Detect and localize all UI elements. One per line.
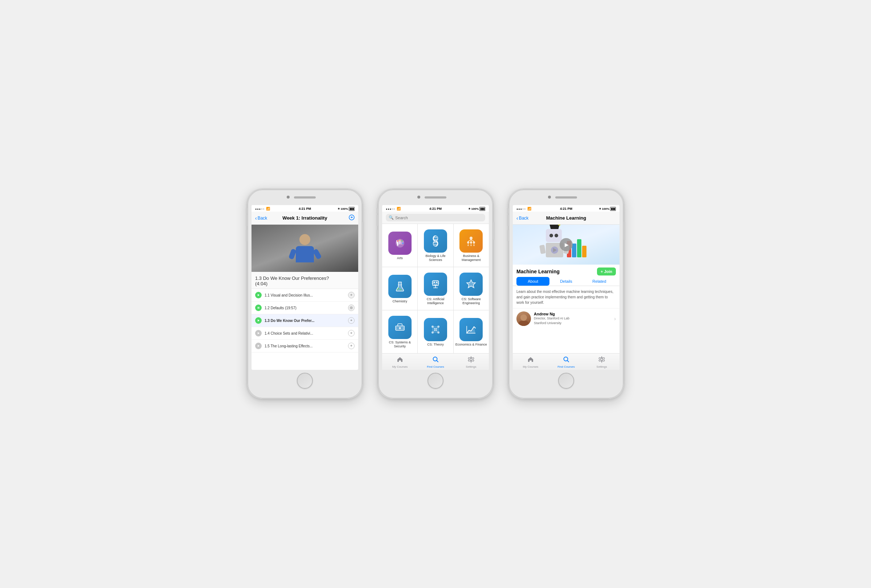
tab-bar-2: My Courses Find Courses xyxy=(382,353,489,370)
category-business[interactable]: Business & Management xyxy=(453,224,489,267)
video-title-text-1: 1.3 Do We Know Our Preferences? (4:04) xyxy=(255,275,329,286)
course-hero-3 xyxy=(513,225,620,265)
tab-my-courses-2[interactable]: My Courses xyxy=(382,355,418,369)
category-name-econ: Economics & Finance xyxy=(455,343,487,347)
tab-details-label-3: Details xyxy=(560,279,572,283)
battery-icon-3: ▮▮▮ xyxy=(610,207,616,211)
download-btn-1-2[interactable] xyxy=(348,305,355,311)
svg-point-48 xyxy=(399,328,400,329)
home-button-1[interactable] xyxy=(297,373,313,389)
camera-1 xyxy=(287,196,290,199)
tab-find-courses-3[interactable]: Find Courses xyxy=(548,355,584,369)
category-chemistry[interactable]: Chemistry xyxy=(382,267,418,310)
playlist-item-1-5[interactable]: 1.5 The Long-lasting Effects... xyxy=(251,340,358,352)
speaker-1 xyxy=(294,196,316,199)
home-button-2[interactable] xyxy=(428,373,443,389)
nav-bar-1: ‹ Back Week 1: Irrationality xyxy=(251,212,358,225)
play-button-1-5[interactable] xyxy=(255,343,262,349)
search-icon-tab-2 xyxy=(432,356,439,365)
category-econ[interactable]: Economics & Finance xyxy=(453,310,489,353)
tab-label-find-courses-2: Find Courses xyxy=(427,365,444,368)
tab-settings-2[interactable]: Settings xyxy=(453,355,489,369)
video-player-1[interactable] xyxy=(251,225,358,272)
category-cs-theory[interactable]: CS: Theory xyxy=(418,310,453,353)
category-icon-cs-ai xyxy=(424,272,447,296)
playlist-item-1-4[interactable]: 1.4 Choice Sets and Relativi... xyxy=(251,327,358,340)
playlist-item-1-3[interactable]: 1.3 Do We Know Our Prefer... xyxy=(251,314,358,327)
category-icon-cs-theory xyxy=(424,318,447,341)
play-overlay-3[interactable] xyxy=(560,238,573,251)
back-button-1[interactable]: ‹ Back xyxy=(255,215,267,221)
tab-my-courses-3[interactable]: My Courses xyxy=(513,355,548,369)
status-bar-3: ●●●○○ 📶 4:21 PM ✶ 100% ▮▮▮ xyxy=(513,205,620,212)
vol-down-button-2[interactable] xyxy=(376,230,378,241)
svg-point-28 xyxy=(470,245,472,246)
category-arts[interactable]: Arts xyxy=(382,224,418,267)
download-btn-1-4[interactable] xyxy=(348,330,355,337)
svg-point-34 xyxy=(398,288,399,289)
back-button-3[interactable]: ‹ Back xyxy=(516,215,528,221)
svg-point-20 xyxy=(470,236,473,239)
svg-point-15 xyxy=(402,242,404,244)
current-video-title-1: 1.3 Do We Know Our Preferences? (4:04) xyxy=(251,272,358,289)
download-btn-1-5[interactable] xyxy=(348,343,355,349)
home-button-3[interactable] xyxy=(558,373,574,389)
vol-down-button-3[interactable] xyxy=(507,230,509,241)
vol-up-button-3[interactable] xyxy=(507,214,509,226)
playlist-item-1-2[interactable]: 1.2 Defaults (19:57) xyxy=(251,302,358,314)
tab-find-courses-2[interactable]: Find Courses xyxy=(418,355,453,369)
category-name-cs-ai: CS: Artificial Intelligence xyxy=(419,297,452,305)
instructor-row-3[interactable]: Andrew Ng Director, Stanford AI Lab Stan… xyxy=(513,308,620,329)
home-icon-2 xyxy=(396,356,404,365)
tab-settings-3[interactable]: Settings xyxy=(584,355,620,369)
play-button-1-4[interactable] xyxy=(255,330,262,337)
silent-button-2[interactable] xyxy=(376,208,378,214)
time-2: 4:21 PM xyxy=(430,207,441,211)
iphone-top-2 xyxy=(378,193,493,203)
tab-details-3[interactable]: Details xyxy=(549,277,582,286)
back-label-1: Back xyxy=(258,215,268,221)
vol-up-button-2[interactable] xyxy=(376,214,378,226)
video-person-1 xyxy=(251,225,358,272)
power-button-3[interactable] xyxy=(624,222,625,240)
play-button-1-3[interactable] xyxy=(255,317,262,324)
categories-grid-2: Arts Biology & Life Scien xyxy=(382,224,489,353)
tab-about-3[interactable]: About xyxy=(516,277,549,286)
iphone-bottom-2 xyxy=(428,370,443,392)
search-input-2[interactable] xyxy=(395,215,482,220)
category-cs-se[interactable]: CS: Software Engineering xyxy=(453,267,489,310)
svg-point-35 xyxy=(400,289,401,290)
svg-point-29 xyxy=(473,245,475,246)
download-nav-icon-1[interactable] xyxy=(349,214,355,222)
vol-down-button-1[interactable] xyxy=(246,230,247,241)
download-btn-1-3[interactable] xyxy=(348,317,355,324)
playlist-item-1-1[interactable]: 1.1 Visual and Decision Illus... xyxy=(251,289,358,302)
svg-marker-5 xyxy=(258,319,259,322)
svg-marker-7 xyxy=(258,345,259,347)
silent-button-3[interactable] xyxy=(507,208,509,214)
category-cs-ai[interactable]: CS: Artificial Intelligence xyxy=(418,267,453,310)
status-right-2: ✶ 100% ▮▮▮ xyxy=(468,207,485,211)
join-button-3[interactable]: + Join xyxy=(597,268,616,275)
download-btn-1-1[interactable] xyxy=(348,292,355,298)
category-bio[interactable]: Biology & Life Sciences xyxy=(418,224,453,267)
search-bar-2[interactable]: 🔍 xyxy=(386,214,485,221)
instructor-name-3: Andrew Ng xyxy=(534,312,611,316)
silent-button-1[interactable] xyxy=(246,208,247,214)
play-button-1-2[interactable] xyxy=(255,305,262,311)
status-right-3: ✶ 100% ▮▮▮ xyxy=(599,207,616,211)
power-button-1[interactable] xyxy=(362,222,364,240)
camera-2 xyxy=(418,196,420,199)
screen-1: ●●●○○ 📶 4:21 PM ✶ 100% ▮▮▮ ‹ Back Week 1… xyxy=(251,205,358,370)
back-label-3: Back xyxy=(519,215,529,221)
tab-related-3[interactable]: Related xyxy=(583,277,616,286)
svg-point-12 xyxy=(397,240,398,242)
vol-up-button-1[interactable] xyxy=(246,214,247,226)
svg-point-21 xyxy=(467,241,469,244)
tab-label-my-courses-2: My Courses xyxy=(392,365,408,368)
svg-line-72 xyxy=(567,361,569,362)
gear-icon-3 xyxy=(598,356,605,365)
power-button-2[interactable] xyxy=(493,222,495,240)
category-cs-sys[interactable]: CS: Systems & Security xyxy=(382,310,418,353)
play-button-1-1[interactable] xyxy=(255,292,262,298)
